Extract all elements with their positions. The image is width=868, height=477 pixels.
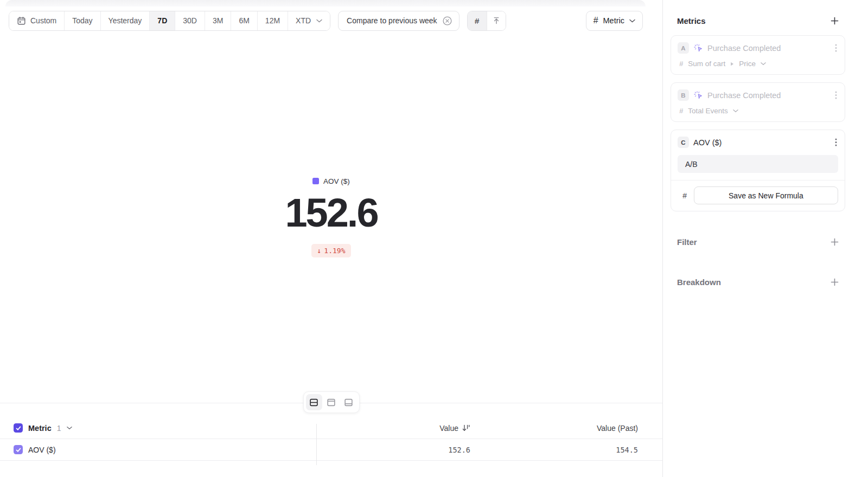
- kebab-menu-icon[interactable]: [834, 137, 838, 147]
- metric-badge-c: C: [678, 137, 689, 148]
- metric-badge-b: B: [678, 89, 689, 101]
- plus-icon: [831, 238, 839, 246]
- metric-event-name[interactable]: Purchase Completed: [707, 44, 829, 53]
- value-column-header[interactable]: Value: [439, 424, 458, 433]
- query-builder-sidebar: Metrics A Purchase Completed: [662, 0, 868, 477]
- compare-label: Compare to previous week: [347, 16, 437, 25]
- metric-column-header[interactable]: Metric: [28, 424, 52, 433]
- caret-right-icon: [730, 62, 734, 66]
- filter-title: Filter: [677, 237, 697, 247]
- hash-icon: #: [679, 60, 683, 68]
- metric-card-c: C AOV ($) A/B # Save as New Formula: [671, 130, 845, 211]
- date-range-today[interactable]: Today: [65, 11, 100, 30]
- plus-icon: [831, 278, 839, 286]
- add-metric-button[interactable]: [831, 17, 839, 25]
- plus-icon: [831, 17, 839, 25]
- filter-section-header: Filter: [671, 237, 845, 247]
- hash-icon: #: [679, 107, 683, 115]
- table-header-row: Metric 1 Value Value (Past): [0, 417, 662, 439]
- sparkle-cursor-icon: [693, 43, 703, 53]
- sparkle-cursor-icon: [693, 91, 703, 100]
- date-range-yesterday[interactable]: Yesterday: [101, 11, 150, 30]
- table-column-divider: [316, 424, 317, 465]
- past-value-column-header[interactable]: Value (Past): [470, 424, 638, 433]
- calendar-icon: [17, 16, 26, 25]
- measure-selector[interactable]: # Total Events: [678, 107, 838, 115]
- metric-count: 1: [57, 424, 61, 433]
- metric-badge-a: A: [678, 42, 689, 54]
- metrics-section-header: Metrics: [671, 16, 845, 25]
- row-value: 152.6: [448, 446, 470, 454]
- chevron-down-icon: [761, 62, 766, 66]
- metric-card-a: A Purchase Completed # Sum of cart: [671, 35, 845, 75]
- date-range-xtd[interactable]: XTD: [288, 11, 330, 30]
- value-mode-toggle: #: [467, 11, 506, 31]
- metric-event-name[interactable]: Purchase Completed: [707, 91, 829, 100]
- legend-label: AOV ($): [323, 177, 350, 185]
- compare-pill[interactable]: Compare to previous week: [338, 11, 459, 31]
- chevron-down-icon: [733, 109, 738, 113]
- kebab-menu-icon[interactable]: [834, 43, 838, 53]
- arrow-up-from-bar-toggle[interactable]: [487, 11, 506, 30]
- toolbar: Custom Today Yesterday 7D 30D 3M 6M 12M …: [0, 10, 662, 31]
- metric-dropdown-label: Metric: [603, 16, 624, 25]
- chevron-down-icon: [629, 19, 635, 23]
- measure-property: Price: [739, 60, 756, 68]
- date-range-3m[interactable]: 3M: [205, 11, 231, 30]
- date-range-6m[interactable]: 6M: [231, 11, 257, 30]
- arrow-up-from-bar-icon: [492, 16, 501, 25]
- collapsed-card-edge: [5, 0, 646, 7]
- metric-value: 152.6: [285, 193, 377, 233]
- remove-compare-icon[interactable]: [442, 16, 452, 26]
- chevron-down-icon[interactable]: [67, 426, 72, 430]
- check-icon: [15, 425, 22, 431]
- hash-icon: #: [682, 191, 687, 200]
- results-table: Metric 1 Value Value (Past): [0, 403, 662, 477]
- metric-dropdown-button[interactable]: # Metric: [586, 11, 643, 31]
- formula-input[interactable]: A/B: [678, 155, 838, 173]
- date-range-selector: Custom Today Yesterday 7D 30D 3M 6M 12M …: [9, 11, 330, 31]
- kebab-menu-icon[interactable]: [834, 90, 838, 100]
- absolute-number-toggle[interactable]: #: [468, 11, 487, 30]
- add-filter-button[interactable]: [831, 238, 839, 246]
- measure-label: Total Events: [688, 107, 728, 115]
- sort-descending-icon[interactable]: [462, 424, 470, 432]
- save-as-new-formula-button[interactable]: Save as New Formula: [694, 186, 838, 204]
- row-metric-name: AOV ($): [28, 446, 56, 454]
- main-panel: Custom Today Yesterday 7D 30D 3M 6M 12M …: [0, 0, 662, 477]
- table-row: AOV ($) 152.6 154.5: [0, 439, 662, 461]
- analytics-app: Custom Today Yesterday 7D 30D 3M 6M 12M …: [0, 0, 868, 477]
- add-breakdown-button[interactable]: [831, 278, 839, 286]
- legend-swatch: [312, 178, 319, 184]
- select-all-checkbox[interactable]: [14, 423, 23, 433]
- date-range-30d[interactable]: 30D: [175, 11, 205, 30]
- check-icon: [15, 447, 22, 453]
- measure-selector[interactable]: # Sum of cart Price: [678, 60, 838, 68]
- change-value: 1.19%: [324, 247, 345, 255]
- metric-card-b: B Purchase Completed # Total Events: [671, 82, 845, 122]
- chart-legend: AOV ($): [312, 177, 350, 185]
- divider: [671, 180, 845, 181]
- date-range-12m[interactable]: 12M: [258, 11, 288, 30]
- arrow-down-icon: ↓: [317, 247, 322, 255]
- date-range-custom[interactable]: Custom: [9, 11, 65, 30]
- breakdown-section-header: Breakdown: [671, 278, 845, 287]
- breakdown-title: Breakdown: [677, 278, 721, 287]
- metrics-title: Metrics: [677, 16, 706, 25]
- row-past-value: 154.5: [470, 446, 638, 454]
- hash-icon: #: [475, 16, 479, 25]
- hash-icon: #: [593, 16, 598, 25]
- metric-chart-area: AOV ($) 152.6 ↓ 1.19%: [0, 31, 662, 403]
- change-badge: ↓ 1.19%: [311, 244, 352, 257]
- chevron-down-icon: [316, 19, 322, 23]
- date-range-label: Custom: [30, 16, 56, 25]
- date-range-7d[interactable]: 7D: [150, 11, 175, 30]
- row-checkbox[interactable]: [14, 445, 23, 454]
- formula-metric-name[interactable]: AOV ($): [693, 138, 829, 147]
- measure-label: Sum of cart: [688, 60, 725, 68]
